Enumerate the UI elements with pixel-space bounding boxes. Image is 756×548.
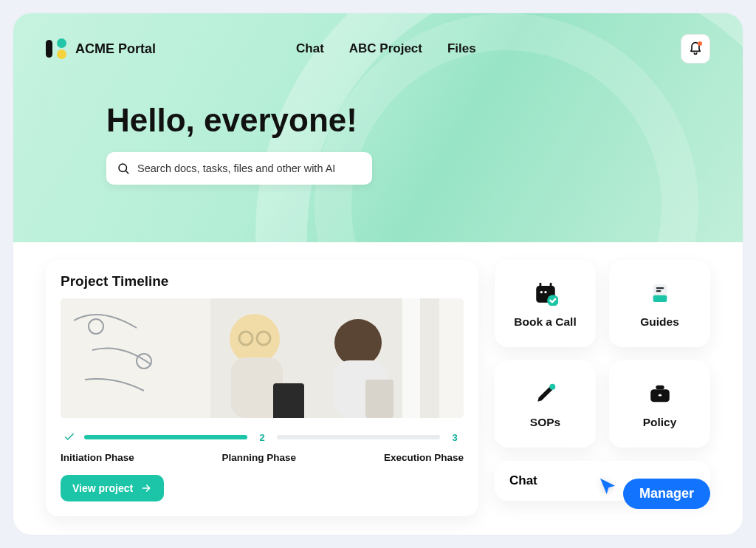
hero-title: Hello, everyone! xyxy=(106,102,710,139)
card-book-a-call[interactable]: Book a Call xyxy=(495,260,596,347)
pencil-icon xyxy=(531,379,560,408)
brand-name: ACME Portal xyxy=(75,41,156,57)
calendar-check-icon xyxy=(531,278,560,308)
card-policy-label: Policy xyxy=(643,416,677,429)
svg-rect-27 xyxy=(656,386,664,390)
brand-logo-wrap[interactable]: ACME Portal xyxy=(46,38,156,59)
document-icon xyxy=(645,278,675,308)
search-icon xyxy=(117,162,130,175)
nav-project[interactable]: ABC Project xyxy=(349,41,422,56)
svg-rect-17 xyxy=(549,283,551,288)
svg-point-5 xyxy=(230,314,280,364)
view-project-button[interactable]: View project xyxy=(61,475,164,501)
phase-3-marker: 3 xyxy=(446,428,464,446)
phase-2-label: Planning Phase xyxy=(222,452,297,463)
project-timeline-title: Project Timeline xyxy=(61,273,464,290)
view-project-label: View project xyxy=(72,482,133,494)
arrow-right-icon xyxy=(140,482,152,494)
card-book-label: Book a Call xyxy=(514,315,576,329)
card-sops[interactable]: SOPs xyxy=(495,360,596,448)
phase-2-marker: 2 xyxy=(253,428,271,446)
card-sops-label: SOPs xyxy=(530,416,560,429)
phase-3-label: Execution Phase xyxy=(384,452,464,463)
phase-1-label: Initiation Phase xyxy=(61,452,134,463)
chat-title: Chat xyxy=(509,473,537,488)
svg-rect-24 xyxy=(656,290,661,292)
svg-rect-14 xyxy=(439,298,464,418)
search-input[interactable] xyxy=(137,162,362,174)
svg-point-18 xyxy=(540,291,542,293)
svg-point-19 xyxy=(544,291,546,293)
svg-point-0 xyxy=(119,164,127,172)
phase-2-bar xyxy=(277,435,440,439)
presence-cursor: Manager xyxy=(597,464,710,509)
svg-point-10 xyxy=(334,319,382,366)
svg-rect-16 xyxy=(539,283,541,288)
project-timeline-card: Project Timeline xyxy=(46,260,478,516)
briefcase-icon xyxy=(645,379,675,408)
search-bar[interactable] xyxy=(106,152,372,185)
card-guides[interactable]: Guides xyxy=(609,260,710,347)
nav-chat[interactable]: Chat xyxy=(296,41,324,56)
svg-rect-23 xyxy=(656,287,664,289)
timeline-image xyxy=(61,298,464,418)
card-guides-label: Guides xyxy=(640,315,679,329)
svg-rect-13 xyxy=(402,298,420,418)
svg-rect-9 xyxy=(273,383,304,418)
presence-badge: Manager xyxy=(623,479,710,509)
svg-point-25 xyxy=(549,384,555,390)
nav-files[interactable]: Files xyxy=(447,41,476,56)
svg-rect-12 xyxy=(365,380,394,418)
card-policy[interactable]: Policy xyxy=(609,360,710,448)
notification-dot-icon xyxy=(698,41,702,46)
phase-progress-row: 2 3 xyxy=(61,428,464,446)
svg-rect-28 xyxy=(658,394,661,397)
phase-1-check-icon xyxy=(61,428,78,446)
phase-1-bar xyxy=(84,435,247,439)
primary-nav: Chat ABC Project Files xyxy=(296,41,476,56)
cursor-icon xyxy=(597,476,619,498)
svg-rect-22 xyxy=(653,295,667,302)
brand-logo-icon xyxy=(46,38,66,59)
notifications-button[interactable] xyxy=(681,34,710,64)
